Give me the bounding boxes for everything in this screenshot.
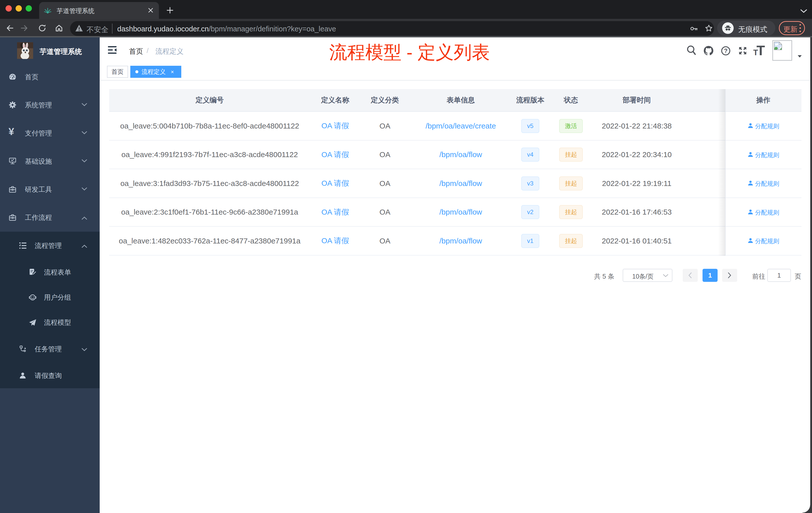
svg-text:?: ? bbox=[724, 48, 727, 54]
